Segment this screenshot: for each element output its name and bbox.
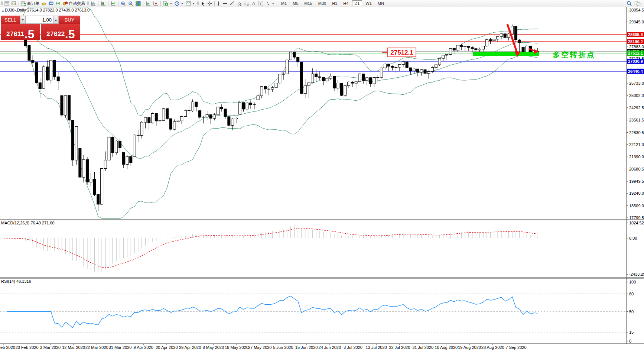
toolbar-separator [143, 1, 143, 6]
buy-button[interactable]: BUY [59, 16, 80, 24]
toolbar-drag-handle[interactable] [87, 1, 89, 6]
periods-clock-icon[interactable]: ▼ [173, 1, 185, 6]
volume-input[interactable] [26, 16, 53, 24]
indicators-dropdown-caret[interactable]: ▼ [170, 2, 172, 5]
svg-text:5 Jun 2020: 5 Jun 2020 [273, 345, 293, 350]
timeframe-m5[interactable]: M5 [290, 0, 301, 6]
templates-icon[interactable]: ▼ [185, 1, 196, 6]
svg-text:26440.4: 26440.4 [628, 69, 643, 74]
fibonacci-tool-icon[interactable]: F [243, 1, 250, 6]
autotrading-label: 自动交易 [69, 1, 85, 6]
chart-collapse-icon[interactable]: ▴ [2, 9, 4, 12]
trendline-tool-icon[interactable] [228, 1, 235, 6]
chart-close-value: 27613.0 [75, 8, 90, 12]
market-watch-icon[interactable] [3, 1, 10, 6]
text-tool-icon[interactable]: A [250, 1, 257, 6]
new-order-label: 新订单 [27, 1, 39, 6]
line-chart-icon[interactable] [110, 1, 117, 6]
svg-text:F: F [247, 4, 249, 6]
svg-text:24292.5: 24292.5 [629, 106, 644, 110]
chart-shift-icon[interactable] [152, 1, 159, 6]
toolbar-separator [98, 1, 98, 6]
sell-price-main: 27611 [6, 30, 25, 40]
toolbar-separator [160, 1, 161, 6]
toolbar-separator [108, 1, 108, 6]
svg-text:100: 100 [629, 280, 636, 284]
volume-increase-button[interactable]: ▲ [53, 16, 59, 24]
channel-tool-icon[interactable]: E [235, 1, 243, 6]
svg-text:22830.5: 22830.5 [629, 130, 644, 135]
toolbar-drag-handle[interactable] [1, 1, 3, 6]
svg-text:1024.52: 1024.52 [629, 221, 644, 225]
svg-text:12 Mar 2020: 12 Mar 2020 [62, 345, 85, 350]
sell-button[interactable]: SELL [1, 16, 20, 24]
svg-text:15: 15 [629, 330, 634, 334]
svg-text:31 Jul 2020: 31 Jul 2020 [412, 345, 433, 350]
timeframe-m30[interactable]: M30 [316, 0, 329, 6]
zoom-out-icon[interactable] [127, 1, 134, 6]
toolbar-separator [118, 1, 118, 6]
support-zone-bar[interactable] [473, 52, 539, 56]
sell-price-button[interactable]: 27611.5 [1, 24, 40, 40]
svg-text:28605.8: 28605.8 [628, 32, 643, 37]
volume-decrease-button[interactable]: ▼ [20, 16, 26, 24]
rsi-name: RSI(14) [1, 279, 15, 283]
candlestick-chart-icon[interactable] [100, 1, 107, 6]
timeframe-h4[interactable]: H4 [341, 0, 351, 6]
svg-text:9 Apr 2020: 9 Apr 2020 [134, 345, 153, 350]
text-label-tool-icon[interactable]: T [257, 1, 264, 6]
timeframe-d1[interactable]: D1 [352, 0, 362, 6]
svg-text:19949.5: 19949.5 [629, 179, 644, 184]
vertical-line-tool-icon[interactable] [216, 1, 221, 6]
svg-text:21390.0: 21390.0 [629, 155, 644, 159]
toolbar-drag-handle[interactable] [197, 1, 199, 6]
chart-high-value: 27822.0 [43, 8, 58, 12]
bar-chart-icon[interactable] [90, 1, 97, 6]
crosshair-icon[interactable] [206, 1, 213, 6]
search-icon[interactable] [625, 0, 633, 6]
svg-text:80: 80 [629, 292, 634, 296]
svg-text:27030.9: 27030.9 [628, 59, 643, 64]
horizontal-line-tool-icon[interactable] [221, 1, 228, 6]
svg-text:T: T [260, 2, 262, 6]
timeframe-w1[interactable]: W1 [363, 0, 374, 6]
macd-panel[interactable]: 1024.520.00-2433.25 [4, 221, 644, 276]
arrows-dropdown-caret[interactable]: ▼ [272, 2, 274, 5]
chart-low-value: 27439.0 [59, 8, 74, 12]
autotrading-button[interactable]: 自动交易 [62, 0, 86, 7]
chart-area[interactable]: 27512.1多空转折点30054.529345.027883.027173.5… [0, 0, 644, 350]
one-click-trading-panel: SELL ▼ ▲ BUY 27611.5 27622.5 [1, 16, 80, 40]
toolbar-separator [19, 1, 19, 6]
navigator-icon[interactable] [10, 1, 17, 6]
chat-icon[interactable] [633, 0, 642, 6]
zoom-in-icon[interactable] [120, 1, 127, 6]
timeframe-mn[interactable]: MN [375, 0, 387, 6]
timeframe-h1[interactable]: H1 [329, 0, 340, 6]
svg-text:7 Sep 2020: 7 Sep 2020 [505, 345, 526, 350]
price-tag-27512[interactable]: 27512.1 [382, 48, 416, 57]
periods-dropdown-caret[interactable]: ▼ [181, 2, 183, 5]
arrows-tool-icon[interactable]: ▼ [264, 1, 276, 6]
timeframe-m1[interactable]: M1 [279, 0, 289, 6]
indicators-icon[interactable]: ▼ [162, 1, 173, 6]
svg-text:24 Jun 2020: 24 Jun 2020 [319, 345, 341, 350]
tile-windows-icon[interactable] [134, 1, 142, 6]
templates-dropdown-caret[interactable]: ▼ [192, 2, 195, 5]
svg-text:22 Mar 2020: 22 Mar 2020 [85, 345, 108, 350]
rsi-panel[interactable]: 1008050150 [0, 280, 636, 343]
date-axis[interactable]: 13 Feb 202023 Feb 20203 Mar 202012 Mar 2… [0, 344, 644, 350]
cursor-icon[interactable] [199, 1, 206, 6]
svg-text:18509.0: 18509.0 [629, 204, 644, 208]
gold-icon[interactable] [40, 1, 48, 6]
turning-point-note[interactable]: 多空转折点 [553, 51, 595, 59]
candles [3, 18, 539, 211]
svg-text:15 Jun 2020: 15 Jun 2020 [295, 345, 318, 350]
buy-price-button[interactable]: 27622.5 [41, 24, 81, 40]
timeframe-m15[interactable]: M15 [302, 0, 315, 6]
new-order-button[interactable]: 新订单 [20, 0, 40, 7]
sell-price-fraction: .5 [25, 29, 35, 40]
signals-icon[interactable] [55, 1, 62, 6]
auto-scroll-icon[interactable] [144, 1, 152, 6]
metaeditor-icon[interactable] [48, 1, 55, 6]
macd-values: 76.49 271.60 [30, 221, 54, 225]
